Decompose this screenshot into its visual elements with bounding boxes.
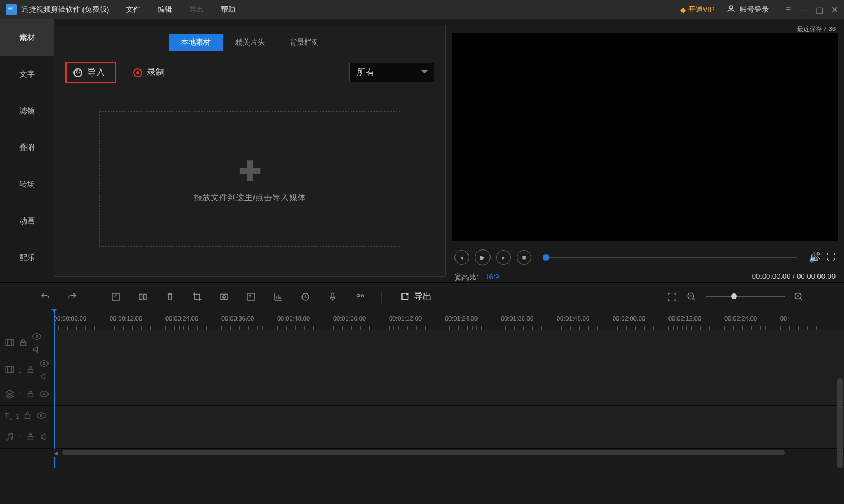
- timeline-export-button[interactable]: 导出: [400, 291, 432, 303]
- track-number: 1: [15, 413, 19, 420]
- crop-button[interactable]: [191, 291, 203, 303]
- speaker-icon[interactable]: [39, 432, 49, 444]
- lock-icon[interactable]: [23, 410, 33, 422]
- next-frame-button[interactable]: ▸: [496, 250, 511, 265]
- ruler-mark: 00:01:12.00: [389, 315, 434, 330]
- prev-frame-button[interactable]: ◂: [454, 250, 469, 265]
- picture-button[interactable]: [246, 291, 257, 303]
- stop-button[interactable]: ■: [517, 250, 531, 265]
- volume-icon[interactable]: 🔊: [808, 251, 821, 264]
- track-body[interactable]: [54, 330, 844, 357]
- timeline-ruler[interactable]: 00:00:00.0000:00:12.0000:00:24.0000:00:3…: [54, 310, 844, 330]
- ruler-mark: 00:01:00.00: [333, 315, 378, 330]
- svg-rect-20: [28, 393, 33, 397]
- vip-button[interactable]: ◆ 开通VIP: [680, 5, 715, 15]
- close-button[interactable]: ✕: [831, 5, 838, 15]
- ruler-mark: 00:01:36.00: [501, 315, 546, 330]
- sidebar-item-music[interactable]: 配乐: [0, 239, 54, 276]
- eye-icon[interactable]: [39, 358, 49, 370]
- lock-icon[interactable]: [18, 338, 28, 349]
- fit-button[interactable]: [666, 291, 677, 303]
- lock-icon[interactable]: [25, 365, 36, 376]
- sidebar-item-media[interactable]: 素材: [0, 19, 54, 56]
- zoom-slider-handle[interactable]: [731, 293, 737, 299]
- video-track-icon: [5, 365, 15, 376]
- horizontal-scrollbar-thumb[interactable]: [62, 450, 785, 455]
- speed-button[interactable]: [300, 291, 311, 303]
- record-button[interactable]: 录制: [133, 67, 165, 78]
- svg-point-23: [40, 415, 42, 417]
- speaker-icon[interactable]: [39, 371, 49, 383]
- sidebar-item-filter[interactable]: 滤镜: [0, 93, 54, 129]
- undo-button[interactable]: [40, 291, 51, 303]
- diamond-icon: ◆: [680, 6, 686, 14]
- svg-rect-2: [139, 294, 142, 299]
- svg-rect-14: [6, 340, 14, 346]
- playback-slider[interactable]: [543, 257, 797, 258]
- sidebar-item-overlay[interactable]: 叠附: [0, 129, 54, 166]
- svg-rect-4: [221, 294, 228, 299]
- menu-edit[interactable]: 编辑: [158, 5, 172, 15]
- menu-help[interactable]: 帮助: [221, 5, 235, 15]
- media-filter-select[interactable]: 所有: [349, 63, 434, 82]
- snapshot-button[interactable]: [218, 291, 230, 303]
- ruler-mark: 00:02:12.00: [668, 315, 714, 330]
- track-body[interactable]: [54, 406, 844, 427]
- redo-button[interactable]: [67, 291, 78, 303]
- lock-icon[interactable]: [25, 432, 36, 444]
- chart-button[interactable]: [273, 291, 284, 303]
- horizontal-scrollbar[interactable]: ◂: [54, 449, 844, 457]
- aspect-ratio-value[interactable]: 16:9: [485, 273, 499, 281]
- svg-point-10: [357, 294, 360, 297]
- zoom-in-button[interactable]: [793, 291, 804, 303]
- import-icon: [73, 68, 82, 77]
- main-menu: 文件 编辑 导出 帮助: [126, 5, 235, 15]
- tab-local-media[interactable]: 本地素材: [169, 34, 223, 51]
- tab-intro[interactable]: 精美片头: [223, 34, 277, 51]
- playhead[interactable]: [54, 310, 55, 468]
- sidebar-item-animation[interactable]: 动画: [0, 203, 54, 239]
- login-label: 账号登录: [740, 5, 769, 15]
- sidebar-item-transition[interactable]: 转场: [0, 166, 54, 203]
- app-title: 迅捷视频剪辑软件 (免费版): [21, 5, 109, 15]
- zoom-out-button[interactable]: [686, 291, 697, 303]
- svg-rect-17: [6, 367, 14, 373]
- media-dropzone[interactable]: ✚ 拖放文件到这里/点击导入媒体: [99, 111, 400, 247]
- menu-export: 导出: [189, 5, 204, 15]
- split-button[interactable]: [137, 291, 148, 303]
- sidebar: 素材 文字 滤镜 叠附 转场 动画 配乐: [0, 19, 54, 282]
- play-button[interactable]: ▶: [475, 249, 491, 265]
- eye-icon[interactable]: [36, 410, 46, 422]
- hamburger-icon[interactable]: ≡: [786, 5, 791, 15]
- tab-background[interactable]: 背景样例: [277, 34, 331, 51]
- track-body[interactable]: [54, 357, 844, 384]
- export-label: 导出: [414, 291, 432, 303]
- menu-file[interactable]: 文件: [126, 5, 141, 15]
- playback-slider-handle[interactable]: [543, 254, 549, 261]
- track-body[interactable]: [54, 384, 844, 405]
- eye-icon[interactable]: [39, 389, 49, 401]
- video-track-icon: [5, 338, 15, 349]
- ruler-mark: 00:00:00.00: [54, 315, 99, 330]
- minimize-button[interactable]: —: [799, 5, 808, 15]
- speaker-icon[interactable]: [32, 344, 42, 356]
- mic-button[interactable]: [327, 291, 338, 303]
- maximize-button[interactable]: ◻: [816, 5, 823, 15]
- lock-icon[interactable]: [25, 389, 36, 401]
- sidebar-item-text[interactable]: 文字: [0, 56, 54, 93]
- fullscreen-icon[interactable]: ⛶: [826, 252, 836, 262]
- edit-button[interactable]: [110, 291, 121, 303]
- vertical-scrollbar-thumb[interactable]: [837, 378, 843, 468]
- voice-button[interactable]: [354, 291, 365, 303]
- divider: [94, 291, 94, 303]
- login-button[interactable]: 账号登录: [726, 4, 769, 16]
- track-body[interactable]: [54, 427, 844, 448]
- timeline: 00:00:00.0000:00:12.0000:00:24.0000:00:3…: [0, 310, 844, 457]
- delete-button[interactable]: [164, 291, 176, 303]
- scroll-left-icon[interactable]: ◂: [54, 448, 58, 458]
- track-overlay-1: 1: [0, 384, 844, 406]
- svg-rect-9: [331, 293, 334, 297]
- eye-icon[interactable]: [32, 331, 42, 343]
- import-button[interactable]: 导入: [65, 62, 116, 83]
- zoom-slider[interactable]: [706, 296, 785, 297]
